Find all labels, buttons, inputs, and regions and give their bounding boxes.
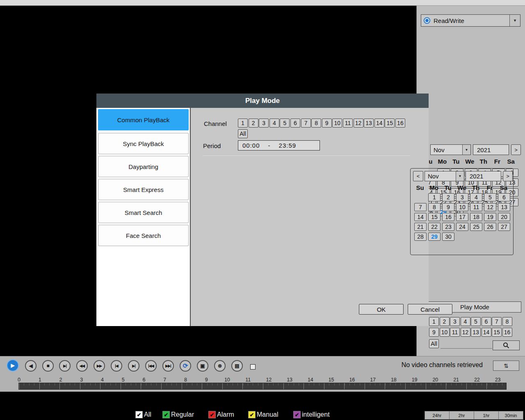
legend-item-all[interactable]: All [135, 411, 151, 418]
calendar-year-field[interactable]: 2021 [466, 171, 501, 181]
calendar-day[interactable]: 1 [428, 193, 441, 201]
calendar-day[interactable]: 27 [498, 223, 510, 231]
channel-button[interactable]: 14 [374, 119, 384, 128]
channel-button[interactable]: 1 [238, 119, 248, 128]
calendar-day[interactable]: 16 [442, 213, 454, 221]
calendar-day[interactable]: 2 [442, 193, 454, 201]
sidebar-all-channels-button[interactable]: All [429, 339, 439, 348]
channel-button[interactable]: 9 [429, 328, 439, 337]
search-button[interactable] [493, 340, 520, 350]
calendar-day[interactable]: 20 [498, 213, 510, 221]
calendar-day[interactable]: 9 [442, 203, 454, 211]
legend-item-manual[interactable]: Manual [248, 411, 278, 418]
calendar-day[interactable]: 18 [470, 213, 482, 221]
split-view-button[interactable]: ▣ [197, 360, 208, 372]
calendar-day[interactable]: 15 [428, 213, 441, 221]
play-button[interactable]: ▶ [7, 359, 19, 372]
file-list-button[interactable]: ▤ [231, 360, 243, 372]
channel-button[interactable]: 16 [395, 119, 405, 128]
calendar-day[interactable]: 14 [414, 213, 427, 221]
channel-button[interactable]: 10 [440, 328, 450, 337]
channel-button[interactable]: 8 [502, 317, 512, 326]
channel-button[interactable]: 2 [440, 317, 450, 326]
channel-button[interactable]: 10 [332, 119, 342, 128]
calendar-day[interactable]: 3 [456, 193, 468, 201]
calendar-day[interactable]: 5 [484, 193, 496, 201]
calendar-day[interactable]: 29 [428, 233, 441, 241]
next-frame-button[interactable]: ▶| [128, 360, 139, 372]
all-channels-button[interactable]: All [238, 129, 248, 138]
calendar-day[interactable]: 30 [442, 233, 454, 241]
channel-button[interactable]: 4 [461, 317, 470, 326]
control-checkbox[interactable] [250, 364, 256, 370]
cancel-button[interactable]: Cancel [408, 304, 452, 315]
calendar-next-month-button[interactable]: > [511, 144, 521, 155]
manual-checkbox[interactable] [248, 411, 256, 418]
intelligent-checkbox[interactable] [293, 411, 301, 418]
calendar-day[interactable]: 24 [456, 223, 468, 231]
menu-item-smart-express[interactable]: Smart Express [98, 179, 189, 200]
menu-item-common-playback[interactable]: Common PlayBack [98, 109, 189, 130]
stop-button[interactable]: ■ [42, 360, 54, 372]
channel-button[interactable]: 3 [259, 119, 269, 128]
stream-type-dropdown[interactable]: Read/Write ▼ [421, 14, 520, 27]
channel-button[interactable]: 6 [290, 119, 300, 128]
calendar-month-dropdown[interactable]: Nov ▼ [425, 171, 464, 181]
calendar-next-month-button[interactable]: > [503, 171, 513, 181]
calendar-prev-month-button[interactable]: < [413, 171, 423, 181]
alarm-checkbox[interactable] [208, 411, 216, 418]
menu-item-face-search[interactable]: Face Search [98, 225, 189, 246]
channel-button[interactable]: 12 [461, 328, 470, 337]
step-forward-button[interactable]: ▶| [59, 360, 71, 372]
range-24hr-button[interactable]: 24hr [425, 411, 450, 420]
channel-button[interactable]: 8 [311, 119, 321, 128]
calendar-day[interactable]: 8 [428, 203, 441, 211]
calendar-day[interactable]: 28 [414, 233, 427, 241]
channel-button[interactable]: 6 [482, 317, 491, 326]
calendar-month-dropdown[interactable]: Nov ▼ [430, 144, 471, 155]
prev-file-button[interactable]: |◀◀ [145, 360, 157, 372]
channel-transfer-button[interactable]: ⇅ [493, 361, 519, 371]
menu-item-smart-search[interactable]: Smart Search [98, 202, 189, 223]
legend-item-alarm[interactable]: Alarm [208, 411, 234, 418]
channel-button[interactable]: 13 [471, 328, 481, 337]
channel-button[interactable]: 9 [322, 119, 332, 128]
channel-button[interactable]: 1 [429, 317, 439, 326]
calendar-day[interactable]: 19 [484, 213, 496, 221]
calendar-day[interactable]: 23 [442, 223, 454, 231]
dropdown-arrow-icon[interactable]: ▼ [456, 171, 464, 181]
clip-button[interactable]: ⊗ [214, 360, 226, 372]
channel-button[interactable]: 16 [502, 328, 512, 337]
search-input[interactable] [441, 340, 492, 349]
calendar-day[interactable]: 13 [498, 203, 510, 211]
channel-button[interactable]: 14 [482, 328, 491, 337]
all-checkbox[interactable] [135, 411, 143, 418]
calendar-day[interactable]: 6 [498, 193, 510, 201]
legend-item-regular[interactable]: Regular [162, 411, 194, 418]
calendar-day[interactable]: 17 [456, 213, 468, 221]
channel-button[interactable]: 4 [269, 119, 279, 128]
period-field[interactable]: 00:00 - 23:59 [238, 140, 320, 151]
menu-item-sync-playback[interactable]: Sync PlayBack [98, 133, 189, 154]
next-file-button[interactable]: ▶▶| [162, 360, 174, 372]
calendar-day[interactable]: 11 [470, 203, 482, 211]
range-2hr-button[interactable]: 2hr [449, 411, 474, 420]
calendar-day[interactable]: 26 [484, 223, 496, 231]
channel-button[interactable]: 7 [492, 317, 502, 326]
dropdown-arrow-icon[interactable]: ▼ [462, 145, 470, 155]
menu-item-dayparting[interactable]: Dayparting [98, 156, 189, 177]
timeline-bar[interactable] [18, 383, 507, 390]
regular-checkbox[interactable] [162, 411, 170, 418]
prev-frame-button[interactable]: |◀ [111, 360, 122, 372]
read-write-radio-icon[interactable] [424, 17, 430, 24]
calendar-day[interactable]: 22 [428, 223, 441, 231]
range-1hr-button[interactable]: 1hr [474, 411, 499, 420]
channel-button[interactable]: 11 [450, 328, 460, 337]
fast-play-button[interactable]: ▶▶ [94, 360, 105, 372]
loop-button[interactable]: ⟳ [180, 360, 191, 372]
calendar-day[interactable]: 7 [414, 203, 427, 211]
channel-button[interactable]: 5 [471, 317, 481, 326]
reverse-play-button[interactable]: ◀ [25, 360, 37, 372]
calendar-year-field[interactable]: 2021 [473, 144, 509, 155]
dropdown-arrow-icon[interactable]: ▼ [509, 15, 520, 26]
